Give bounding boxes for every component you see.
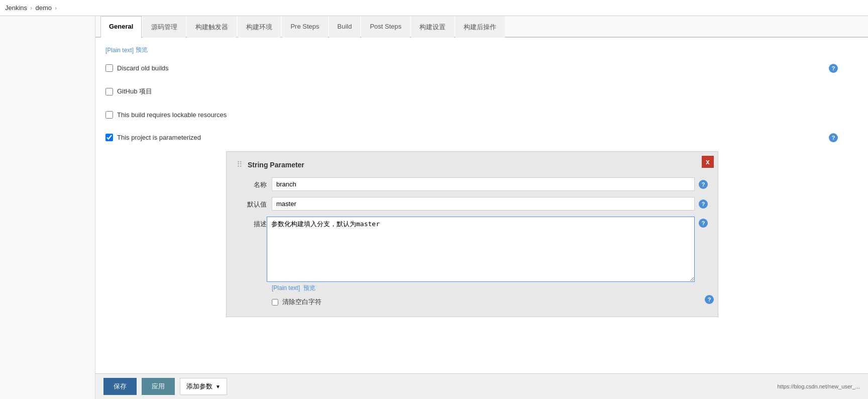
content-area: [Plain text] 预览 Discard old builds ? bbox=[95, 38, 868, 330]
top-plain-text-row: [Plain text] 预览 bbox=[105, 46, 858, 54]
top-plain-text-link[interactable]: [Plain text] bbox=[105, 47, 134, 54]
cb4-checkbox-row: This project is parameterized bbox=[105, 134, 829, 141]
name-label: 名称 bbox=[237, 177, 267, 189]
add-param-label: 添加参数 bbox=[186, 382, 212, 391]
tab-trigger[interactable]: 构建触发器 bbox=[187, 16, 237, 38]
tab-poststeps[interactable]: Post Steps bbox=[361, 16, 410, 38]
param-header: ⠿ String Parameter bbox=[237, 160, 708, 169]
string-parameter-container: x ⠿ String Parameter 名称 ? bbox=[226, 151, 718, 317]
clear-ws-label: 清除空白字符 bbox=[282, 297, 321, 307]
cb2-label: GitHub 项目 bbox=[117, 87, 152, 96]
default-label: 默认值 bbox=[237, 197, 267, 209]
cb2-checkbox-row: GitHub 项目 bbox=[105, 87, 838, 96]
main-content: General 源码管理 构建触发器 构建环境 Pre Steps Build … bbox=[95, 16, 868, 399]
tab-general[interactable]: General bbox=[100, 16, 142, 38]
drag-handle-icon: ⠿ bbox=[237, 160, 243, 169]
nav-demo[interactable]: demo bbox=[35, 4, 52, 12]
cb1-checkbox-row: Discard old builds bbox=[105, 64, 829, 72]
clear-ws-section: 清除空白字符 ? bbox=[237, 292, 708, 307]
desc-inner-row: 描述 参数化构建填入分支，默认为master bbox=[237, 217, 695, 282]
tab-postops[interactable]: 构建后操作 bbox=[455, 16, 505, 38]
sep2: › bbox=[55, 4, 57, 12]
tab-source[interactable]: 源码管理 bbox=[143, 16, 186, 38]
desc-textarea[interactable]: 参数化构建填入分支，默认为master bbox=[267, 217, 695, 282]
sep1: › bbox=[30, 4, 32, 12]
name-input[interactable] bbox=[272, 177, 695, 191]
name-field-row: 名称 ? bbox=[237, 177, 708, 191]
footer-url: https://blog.csdn.net/new_user_... bbox=[778, 383, 860, 389]
tab-bar: General 源码管理 构建触发器 构建环境 Pre Steps Build … bbox=[95, 16, 868, 38]
cb4-help-icon[interactable]: ? bbox=[829, 133, 838, 142]
add-param-button[interactable]: 添加参数 ▼ bbox=[180, 378, 227, 395]
tab-presteps[interactable]: Pre Steps bbox=[282, 16, 328, 38]
cb3-checkbox-row: This build requires lockable resources bbox=[105, 111, 838, 119]
bottom-bar: 保存 应用 添加参数 ▼ https://blog.csdn.net/new_u… bbox=[95, 373, 868, 399]
tab-env[interactable]: 构建环境 bbox=[238, 16, 281, 38]
name-help-icon[interactable]: ? bbox=[699, 180, 708, 189]
checkbox-section: Discard old builds ? GitHub 项目 This buil bbox=[105, 59, 858, 146]
top-preview-link[interactable]: 预览 bbox=[136, 46, 148, 54]
default-field-row: 默认值 ? bbox=[237, 197, 708, 211]
cb4-checkbox[interactable] bbox=[105, 134, 113, 141]
nav-jenkins[interactable]: Jenkins bbox=[5, 4, 27, 12]
cb4-row: This project is parameterized ? bbox=[105, 129, 858, 146]
desc-help-icon[interactable]: ? bbox=[699, 219, 708, 228]
cb1-label: Discard old builds bbox=[117, 64, 169, 72]
cb3-checkbox[interactable] bbox=[105, 111, 113, 119]
clear-ws-checkbox[interactable] bbox=[272, 299, 278, 306]
preview-link-row: [Plain text] 预览 bbox=[272, 284, 708, 292]
cb2-row: GitHub 项目 bbox=[105, 82, 858, 101]
param-plain-text-link[interactable]: [Plain text] bbox=[272, 284, 300, 291]
cb3-row: This build requires lockable resources bbox=[105, 106, 858, 124]
default-help-icon[interactable]: ? bbox=[699, 200, 708, 209]
desc-label: 描述 bbox=[237, 217, 267, 229]
param-preview-link[interactable]: 预览 bbox=[303, 284, 315, 291]
apply-button[interactable]: 应用 bbox=[142, 378, 175, 395]
default-input[interactable] bbox=[272, 197, 695, 211]
default-form-row: 默认值 bbox=[237, 197, 695, 211]
sidebar bbox=[0, 16, 95, 399]
cb1-checkbox[interactable] bbox=[105, 64, 113, 72]
name-form-row: 名称 bbox=[237, 177, 695, 191]
param-title: String Parameter bbox=[248, 161, 304, 169]
add-param-dropdown-icon: ▼ bbox=[215, 384, 221, 389]
cb1-help-icon[interactable]: ? bbox=[829, 64, 838, 73]
breadcrumb: Jenkins › demo › bbox=[0, 0, 868, 16]
save-button[interactable]: 保存 bbox=[103, 378, 137, 395]
tab-settings[interactable]: 构建设置 bbox=[411, 16, 454, 38]
cb1-row: Discard old builds ? bbox=[105, 59, 858, 77]
cb3-label: This build requires lockable resources bbox=[117, 111, 227, 119]
clear-ws-help-icon[interactable]: ? bbox=[705, 295, 714, 304]
cb2-checkbox[interactable] bbox=[105, 88, 113, 95]
param-close-button[interactable]: x bbox=[702, 156, 714, 168]
cb4-label: This project is parameterized bbox=[117, 134, 201, 141]
desc-field-row: 描述 参数化构建填入分支，默认为master ? bbox=[237, 217, 708, 282]
tab-build[interactable]: Build bbox=[329, 16, 361, 38]
clear-ws-row: 清除空白字符 bbox=[272, 297, 321, 307]
